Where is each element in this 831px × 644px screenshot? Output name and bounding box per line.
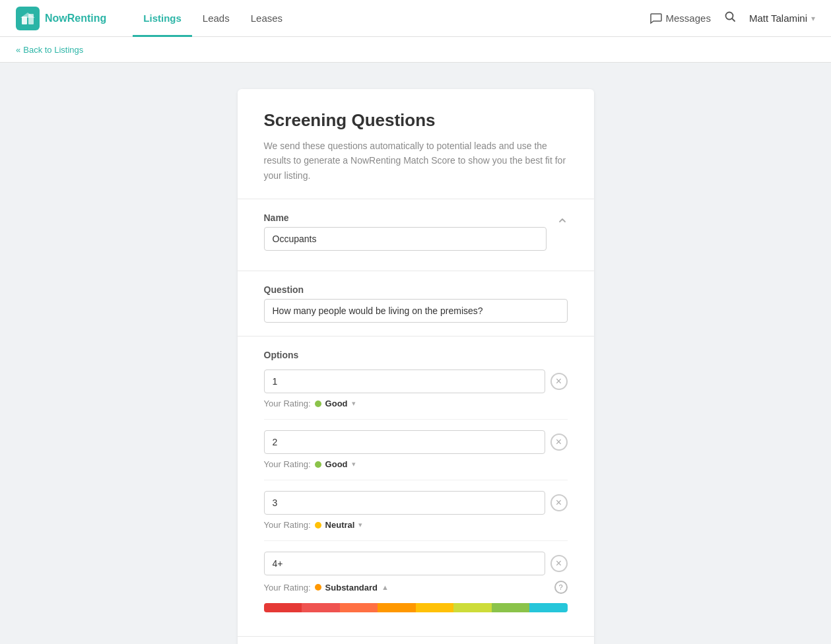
bar-segment-4 — [378, 603, 416, 612]
messages-icon — [650, 13, 662, 24]
rating-value-2: Good — [325, 459, 348, 469]
card-header: Screening Questions We send these questi… — [238, 89, 594, 199]
nav-listings[interactable]: Listings — [133, 0, 192, 37]
collapse-icon[interactable] — [557, 215, 568, 228]
question-section: Question — [238, 271, 594, 336]
name-section-header: Name — [264, 212, 568, 251]
logo-icon — [16, 7, 40, 30]
rating-dot-4 — [315, 584, 321, 591]
close-icon: × — [556, 375, 562, 387]
remove-option-3-button[interactable]: × — [550, 494, 568, 511]
page-description: We send these questions automatically to… — [264, 139, 568, 183]
close-icon: × — [556, 436, 562, 448]
bar-segment-1 — [264, 603, 302, 612]
user-menu[interactable]: Matt Talamini ▾ — [749, 13, 815, 24]
rating-dot-1 — [315, 401, 321, 407]
rating-dropdown-2[interactable]: ▾ — [352, 460, 356, 468]
rating-value-4: Substandard — [325, 583, 378, 593]
rating-row-1: Your Rating: Good ▾ — [264, 399, 568, 408]
rating-label-2: Your Rating: — [264, 459, 311, 469]
messages-label: Messages — [666, 13, 711, 24]
add-option-area: + Add Another Option — [238, 636, 594, 644]
option-row-4: × — [264, 552, 568, 575]
main-content: Screening Questions We send these questi… — [0, 63, 831, 644]
bar-segment-8 — [529, 603, 568, 612]
search-icon — [724, 11, 736, 22]
name-input[interactable] — [264, 227, 547, 251]
option-row-2: × — [264, 430, 568, 454]
breadcrumb-bar: Back to Listings — [0, 37, 831, 63]
rating-dropdown-3[interactable]: ▾ — [358, 521, 362, 529]
rating-dot-3 — [315, 522, 321, 529]
option-input-3[interactable] — [264, 491, 545, 515]
option-input-2[interactable] — [264, 430, 545, 454]
option-item-2: × Your Rating: Good ▾ — [264, 430, 568, 480]
close-icon: × — [556, 497, 562, 509]
name-label: Name — [264, 212, 547, 223]
option-item-1: × Your Rating: Good ▾ — [264, 370, 568, 420]
rating-label-4: Your Rating: — [264, 583, 311, 593]
option-input-1[interactable] — [264, 370, 545, 393]
svg-point-3 — [725, 13, 733, 20]
header-right: Messages Matt Talamini ▾ — [650, 11, 815, 26]
logo[interactable]: NowRenting — [16, 7, 106, 30]
question-input[interactable] — [264, 299, 568, 323]
options-label: Options — [264, 350, 568, 360]
option-row-1: × — [264, 370, 568, 393]
bar-segment-5 — [416, 603, 454, 612]
options-section: Options × Your Rating: Good ▾ — [238, 336, 594, 636]
search-button[interactable] — [724, 11, 736, 26]
question-label: Question — [264, 284, 568, 295]
main-nav: Listings Leads Leases — [133, 0, 649, 37]
svg-line-4 — [732, 19, 735, 22]
user-name: Matt Talamini — [749, 13, 807, 24]
option-item-4: × Your Rating: Substandard ▲ ? — [264, 552, 568, 623]
rating-bar — [264, 603, 568, 612]
remove-option-4-button[interactable]: × — [550, 555, 568, 572]
rating-dot-2 — [315, 461, 321, 468]
page-title: Screening Questions — [264, 110, 568, 131]
rating-row-2: Your Rating: Good ▾ — [264, 459, 568, 469]
rating-row-4: Your Rating: Substandard ▲ ? — [264, 581, 568, 594]
rating-dropdown-4[interactable]: ▲ — [382, 583, 389, 591]
option-row-3: × — [264, 491, 568, 515]
rating-label-1: Your Rating: — [264, 399, 311, 408]
remove-option-2-button[interactable]: × — [550, 434, 568, 451]
option-input-4[interactable] — [264, 552, 545, 575]
rating-label-3: Your Rating: — [264, 520, 311, 530]
remove-option-1-button[interactable]: × — [550, 373, 568, 390]
rating-value-3: Neutral — [325, 520, 355, 530]
bar-segment-2 — [302, 603, 340, 612]
name-section: Name — [238, 199, 594, 271]
help-icon[interactable]: ? — [554, 581, 568, 594]
bar-segment-7 — [492, 603, 530, 612]
nav-leads[interactable]: Leads — [192, 0, 240, 37]
bar-segment-3 — [340, 603, 378, 612]
close-icon: × — [556, 558, 562, 569]
rating-row-3: Your Rating: Neutral ▾ — [264, 520, 568, 530]
logo-text: NowRenting — [45, 13, 106, 24]
back-to-listings-link[interactable]: Back to Listings — [16, 45, 83, 55]
bar-segment-6 — [453, 603, 492, 612]
screening-questions-card: Screening Questions We send these questi… — [238, 89, 594, 644]
header: NowRenting Listings Leads Leases Message… — [0, 0, 831, 37]
messages-button[interactable]: Messages — [650, 13, 711, 24]
rating-value-1: Good — [325, 399, 348, 408]
nav-leases[interactable]: Leases — [240, 0, 293, 37]
user-chevron-icon: ▾ — [811, 14, 815, 23]
rating-dropdown-1[interactable]: ▾ — [352, 399, 356, 408]
option-item-3: × Your Rating: Neutral ▾ — [264, 491, 568, 541]
